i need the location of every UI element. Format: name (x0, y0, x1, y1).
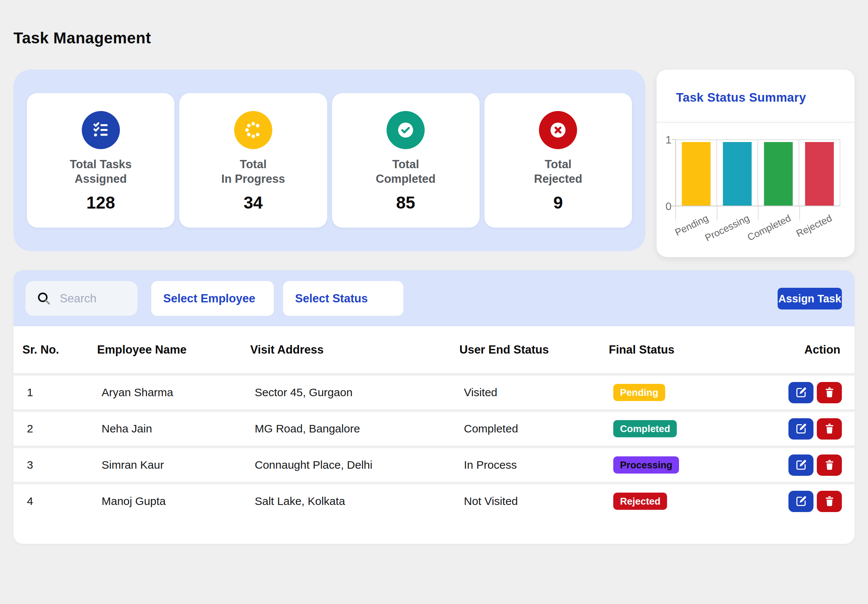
status-badge: Pending (613, 384, 665, 401)
bar-rejected (805, 142, 834, 206)
table-body: 1 Aryan Sharma Sector 45, Gurgaon Visite… (14, 373, 854, 518)
delete-button[interactable] (817, 455, 842, 476)
edit-button[interactable] (789, 491, 814, 512)
delete-button[interactable] (817, 491, 842, 512)
cell-final-status: Rejected (609, 493, 777, 510)
edit-icon (795, 495, 808, 508)
cell-sr-no: 4 (22, 495, 97, 508)
y-axis-tick-1: 1 (659, 134, 671, 146)
select-status-dropdown[interactable]: Select Status (283, 281, 403, 316)
cell-sr-no: 1 (22, 386, 97, 399)
x-tick-mark (799, 207, 800, 220)
cell-user-end-status: Visited (459, 386, 609, 399)
x-axis-label: Completed (746, 212, 793, 243)
bar-completed (764, 142, 793, 206)
trash-icon (823, 387, 835, 398)
search-input[interactable]: Search (25, 281, 138, 316)
delete-button[interactable] (817, 418, 842, 439)
cell-user-end-status: Completed (459, 422, 609, 435)
stat-value: 85 (396, 193, 415, 213)
cell-sr-no: 2 (22, 422, 97, 435)
cell-employee-name: Simran Kaur (97, 459, 250, 471)
cell-final-status: Processing (609, 456, 777, 474)
cell-user-end-status: Not Visited (459, 495, 609, 508)
delete-button[interactable] (817, 382, 842, 403)
cell-employee-name: Aryan Sharma (97, 386, 250, 399)
search-placeholder: Search (60, 292, 96, 305)
cell-employee-name: Manoj Gupta (97, 495, 250, 508)
cell-final-status: Completed (609, 420, 777, 437)
cell-action (777, 455, 846, 476)
stat-value: 34 (243, 193, 263, 213)
header-sr-no: Sr. No. (22, 343, 97, 357)
cell-sr-no: 3 (22, 459, 97, 471)
x-tick-mark (758, 207, 759, 220)
task-status-summary-card: Task Status Summary 1 0 PendingProcessin… (657, 70, 854, 257)
cell-visit-address: Sector 45, Gurgaon (250, 386, 459, 399)
cell-employee-name: Neha Jain (97, 422, 250, 435)
stat-label: Total Tasks Assigned (70, 157, 132, 186)
header-visit-address: Visit Address (250, 343, 459, 357)
bar-slot (676, 140, 717, 206)
bar-pending (682, 142, 711, 206)
x-tick-mark (717, 207, 718, 220)
table-row: 2 Neha Jain MG Road, Bangalore Completed… (14, 409, 854, 446)
y-tick-mark (671, 139, 675, 140)
header-final-status: Final Status (609, 343, 777, 357)
status-badge: Processing (613, 456, 679, 474)
stat-label: Total In Progress (222, 157, 285, 186)
stats-panel: Total Tasks Assigned 128 Total In Progre… (14, 70, 645, 251)
stat-value: 9 (553, 193, 563, 213)
filter-bar: Search Select Employee Select Status Ass… (14, 270, 854, 326)
table-row: 1 Aryan Sharma Sector 45, Gurgaon Visite… (14, 373, 854, 409)
cell-action (777, 418, 846, 439)
edit-button[interactable] (789, 418, 814, 439)
edit-button[interactable] (789, 455, 814, 476)
assign-task-button[interactable]: Assign Task (778, 288, 842, 309)
status-badge: Completed (613, 420, 677, 437)
page-title: Task Management (14, 29, 151, 47)
cell-visit-address: Salt Lake, Kolkata (250, 495, 459, 508)
task-table-card: Search Select Employee Select Status Ass… (14, 270, 854, 544)
x-tick-mark (675, 207, 676, 220)
stat-card-rejected: Total Rejected 9 (484, 93, 632, 228)
bar-slot (717, 140, 758, 206)
stat-value: 128 (86, 193, 115, 213)
x-axis-label: Rejected (794, 212, 834, 239)
stat-card-total-assigned: Total Tasks Assigned 128 (27, 93, 174, 228)
trash-icon (823, 459, 835, 471)
trash-icon (823, 423, 835, 435)
trash-icon (823, 495, 835, 507)
status-badge: Rejected (613, 493, 667, 510)
stat-card-completed: Total Completed 85 (332, 93, 480, 228)
header-action: Action (777, 343, 846, 357)
select-employee-dropdown[interactable]: Select Employee (151, 281, 274, 316)
x-circle-icon (539, 111, 577, 149)
task-table: Sr. No. Employee Name Visit Address User… (14, 326, 854, 518)
stat-label: Total Rejected (534, 157, 582, 186)
bar-processing (723, 142, 752, 206)
header-user-end-status: User End Status (459, 343, 609, 357)
bar-chart: 1 0 PendingProcessingCompletedRejected (657, 70, 854, 257)
y-axis-tick-0: 0 (659, 200, 671, 213)
bar-plot (675, 140, 840, 207)
task-list-icon (82, 111, 120, 149)
edit-icon (795, 386, 808, 399)
cell-final-status: Pending (609, 384, 777, 401)
y-tick-mark (671, 206, 675, 207)
cell-action (777, 491, 846, 512)
search-icon (37, 291, 51, 306)
bar-slot (799, 140, 840, 206)
cell-action (777, 382, 846, 403)
bar-slot (758, 140, 799, 206)
header-employee-name: Employee Name (97, 343, 250, 357)
edit-icon (795, 422, 808, 435)
x-axis-label: Processing (703, 212, 751, 244)
edit-button[interactable] (789, 382, 814, 403)
edit-icon (795, 459, 808, 471)
cell-visit-address: MG Road, Bangalore (250, 422, 459, 435)
stat-label: Total Completed (376, 157, 436, 186)
table-header-row: Sr. No. Employee Name Visit Address User… (14, 326, 854, 373)
cell-visit-address: Connaught Place, Delhi (250, 459, 459, 471)
table-row: 4 Manoj Gupta Salt Lake, Kolkata Not Vis… (14, 482, 854, 518)
